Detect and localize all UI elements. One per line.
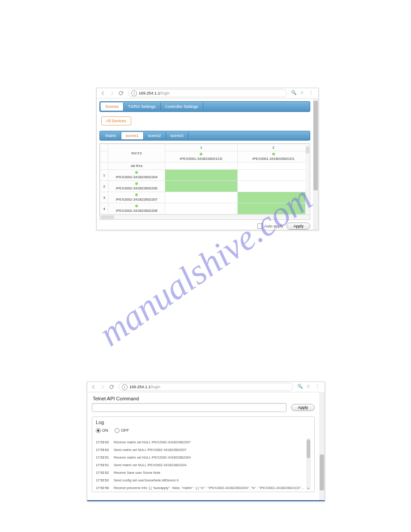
reload-icon[interactable] (108, 384, 115, 390)
auto-apply-checkbox[interactable]: Auto apply (257, 223, 283, 229)
log-entry: 17:53:51Send matrix set NULL IPEX2002-34… (96, 461, 305, 469)
telnet-command-input[interactable] (92, 403, 287, 412)
log-entry: 17:53:52Receive matrix set NULL IPEX2002… (96, 438, 305, 446)
url-path: /login (160, 91, 170, 95)
url-field[interactable]: i 169.254.1.1/login (119, 383, 293, 391)
all-rxs-label: All RXs (108, 163, 165, 170)
forward-icon[interactable] (99, 384, 106, 390)
matrix-cell[interactable] (165, 192, 237, 203)
table-row: 1 IPEX2002-341B22802204 (100, 170, 310, 181)
log-panel: Log ON OFF ▴ ▾ 17:53:52Receive matrix se… (92, 416, 315, 492)
log-entry: 17:53:52Send matrix set NULL IPEX2002-34… (96, 446, 305, 454)
back-icon[interactable] (90, 384, 97, 390)
subtab-scene1[interactable]: scene1 (121, 132, 144, 139)
matrix-hscroll[interactable] (100, 215, 310, 219)
matrix-cell[interactable] (237, 181, 309, 192)
forward-icon[interactable] (109, 90, 115, 96)
row-index: 2 (100, 181, 108, 192)
log-list: ▴ ▾ 17:53:52Receive matrix set NULL IPEX… (96, 438, 311, 490)
info-icon[interactable]: i (122, 384, 128, 390)
tx-col-num: 2 (237, 144, 309, 151)
browser-window-telnet: i 169.254.1.1/login 🔍 ☆ ⋮ Telnet API Com… (87, 382, 325, 502)
log-entry: 17:52:52Send config set userSceneNote Al… (96, 476, 305, 484)
matrix-cell[interactable] (237, 203, 309, 215)
row-index: 4 (100, 203, 108, 215)
scene-tabs: Matrix scene1 scene2 scene3 (99, 131, 310, 141)
tab-txrx-settings[interactable]: TX/RX Settings (124, 103, 161, 111)
star-icon[interactable]: ☆ (300, 90, 306, 96)
table-row: 4 IPEX2002-341B22802208 (100, 203, 310, 215)
menu-icon[interactable]: ⋮ (315, 384, 321, 390)
footer-border (87, 500, 325, 501)
matrix-cell[interactable] (237, 170, 309, 181)
rx-device: IPEX2002-341B22802208 (108, 203, 165, 215)
log-entry: 17:52:52Receive Save user Scene Note (96, 469, 305, 476)
page-scrollbar[interactable] (313, 98, 318, 230)
tab-controller-settings[interactable]: Controller Settings (161, 103, 203, 111)
tx-col-num: 1 (165, 144, 237, 151)
url-host: 169.254.1.1 (129, 385, 151, 389)
subtab-scene3[interactable]: scene3 (166, 132, 188, 139)
matrix-vscroll[interactable] (305, 144, 310, 215)
menu-icon[interactable]: ⋮ (309, 90, 315, 96)
reload-icon[interactable] (118, 90, 124, 96)
tx-device: IPEX2001-341B228021D1 (237, 151, 309, 163)
row-index: 3 (100, 192, 108, 203)
apply-button[interactable]: Apply (287, 223, 310, 230)
info-icon[interactable]: i (131, 90, 137, 96)
telnet-section-title: Telnet API Command (93, 396, 315, 401)
table-row: 3 IPEX2002-341B22802207 (100, 192, 310, 203)
browser-window-scenes: i 169.254.1.1/login 🔍 ☆ ⋮ Scenes TX/RX S… (96, 88, 319, 230)
star-icon[interactable]: ☆ (306, 384, 313, 390)
url-field[interactable]: i 169.254.1.1/login (128, 89, 287, 97)
all-devices-button[interactable]: All Devices (101, 116, 131, 125)
table-row: 2 IPEX2002-341B22802206 (100, 181, 310, 192)
address-bar: i 169.254.1.1/login 🔍 ☆ ⋮ (97, 88, 318, 99)
page-scrollbar[interactable] (319, 392, 325, 501)
matrix-grid: RX\TX 1 2 IPEX2001-341B228021CE IPEX2001… (99, 143, 310, 220)
log-entry: 17:53:51Receive matrix set NULL IPEX2002… (96, 454, 305, 461)
row-index: 1 (100, 170, 108, 181)
subtab-matrix[interactable]: Matrix (101, 132, 121, 139)
corner-label: RX\TX (108, 144, 165, 163)
matrix-cell[interactable] (165, 203, 237, 215)
rx-device: IPEX2002-341B22802204 (108, 170, 165, 181)
log-off-radio[interactable]: OFF (115, 428, 134, 433)
log-scrollbar[interactable]: ▴ ▾ (306, 438, 311, 490)
tab-scenes[interactable]: Scenes (101, 103, 124, 111)
log-title: Log (96, 420, 311, 425)
main-tabs: Scenes TX/RX Settings Controller Setting… (99, 101, 310, 112)
matrix-cell[interactable] (165, 170, 237, 181)
telnet-apply-button[interactable]: Apply (291, 404, 315, 411)
rx-device: IPEX2002-341B22802207 (108, 192, 165, 203)
zoom-icon[interactable]: 🔍 (297, 384, 304, 390)
log-on-radio[interactable]: ON (96, 428, 114, 433)
back-icon[interactable] (100, 90, 106, 96)
subtab-scene2[interactable]: scene2 (144, 132, 166, 139)
url-host: 169.254.1.1 (139, 91, 160, 95)
matrix-cell[interactable] (237, 192, 309, 203)
address-bar: i 169.254.1.1/login 🔍 ☆ ⋮ (87, 382, 325, 392)
log-entry: 17:52:50Receive prescene info: [ { "auto… (96, 484, 305, 490)
rx-device: IPEX2002-341B22802206 (108, 181, 165, 192)
url-path: /login (151, 385, 161, 389)
tx-device: IPEX2001-341B228021CE (165, 151, 237, 163)
zoom-icon[interactable]: 🔍 (291, 90, 297, 96)
matrix-cell[interactable] (165, 181, 237, 192)
